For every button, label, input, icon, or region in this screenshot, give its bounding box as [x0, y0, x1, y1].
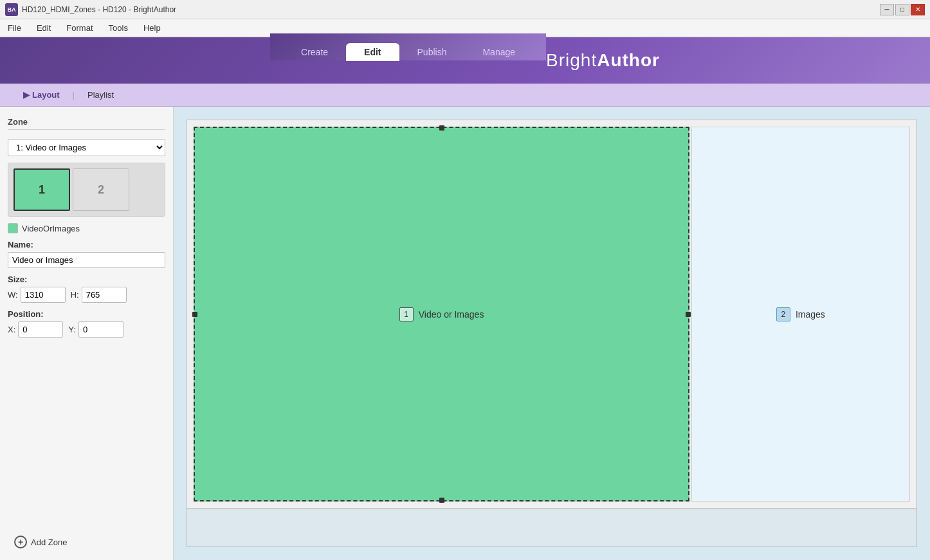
width-input[interactable] — [21, 287, 66, 303]
name-label: Name: — [8, 240, 165, 249]
menu-help[interactable]: Help — [141, 22, 163, 34]
zone-legend: VideoOrImages — [8, 223, 165, 233]
zone-dropdown[interactable]: 1: Video or Images — [8, 139, 165, 156]
subnav-layout[interactable]: ▶ Layout — [13, 86, 70, 104]
menu-format[interactable]: Format — [64, 22, 95, 34]
width-group: W: — [8, 287, 66, 303]
handle-right[interactable] — [686, 312, 691, 317]
zone-thumb-1[interactable]: 1 — [14, 168, 70, 211]
layout-arrow-icon: ▶ — [23, 90, 30, 100]
sub-nav: ▶ Layout | Playlist — [0, 84, 930, 107]
handle-left[interactable] — [192, 312, 197, 317]
sidebar: Zone 1: Video or Images 1 2 VideoOrImage… — [0, 107, 174, 560]
name-field-group: Name: — [8, 240, 165, 268]
position-section: Position: X: Y: — [8, 309, 165, 338]
menu-tools[interactable]: Tools — [106, 22, 131, 34]
menu-file[interactable]: File — [5, 22, 24, 34]
zone2[interactable]: 2 Images — [691, 127, 910, 501]
subnav-playlist[interactable]: Playlist — [77, 86, 124, 104]
app-logo: BA — [5, 3, 18, 16]
maximize-button[interactable]: □ — [895, 4, 909, 15]
header-bar: Create Edit Publish Manage BrightAuthor — [0, 37, 930, 84]
tab-edit[interactable]: Edit — [346, 43, 399, 61]
zone2-badge: 2 — [776, 307, 790, 321]
tab-create[interactable]: Create — [283, 43, 346, 61]
position-label: Position: — [8, 309, 44, 319]
zone-legend-label: VideoOrImages — [22, 224, 80, 233]
canvas-inner: 1 Video or Images 2 Images — [187, 120, 917, 547]
width-label: W: — [8, 290, 18, 300]
subnav-divider: | — [70, 90, 77, 100]
zone1-label: 1 Video or Images — [399, 307, 484, 321]
canvas-bottom-strip — [187, 508, 916, 546]
zone1-text: Video or Images — [419, 309, 484, 320]
zone1-badge: 1 — [399, 307, 414, 321]
y-group: Y: — [68, 321, 123, 338]
main-content: Zone 1: Video or Images 1 2 VideoOrImage… — [0, 107, 930, 560]
add-zone-label: Add Zone — [31, 537, 67, 547]
zone1[interactable]: 1 Video or Images — [194, 127, 689, 501]
zone-legend-color — [8, 223, 18, 233]
zone-thumb-2[interactable]: 2 — [73, 168, 129, 211]
tabs-row: Create Edit Publish Manage — [270, 33, 546, 60]
title-bar-text: HD120_HDMI_Zones - HD120 - BrightAuthor — [22, 5, 176, 14]
add-zone-icon: + — [14, 536, 27, 548]
x-input[interactable] — [18, 321, 63, 338]
tab-manage[interactable]: Manage — [464, 43, 533, 61]
tab-publish[interactable]: Publish — [399, 43, 465, 61]
title-bar-controls: ─ □ ✕ — [880, 4, 925, 15]
height-label: H: — [71, 290, 79, 300]
name-input[interactable] — [8, 252, 165, 268]
canvas-area: 1 Video or Images 2 Images — [174, 107, 930, 560]
size-section: Size: W: H: — [8, 275, 165, 303]
x-label: X: — [8, 325, 15, 334]
title-bar: BA HD120_HDMI_Zones - HD120 - BrightAuth… — [0, 0, 930, 19]
handle-top[interactable] — [439, 125, 444, 131]
close-button[interactable]: ✕ — [911, 4, 925, 15]
brand-title: BrightAuthor — [546, 50, 660, 71]
title-bar-left: BA HD120_HDMI_Zones - HD120 - BrightAuth… — [5, 3, 176, 16]
minimize-button[interactable]: ─ — [880, 4, 894, 15]
y-input[interactable] — [78, 321, 123, 338]
height-group: H: — [71, 287, 127, 303]
x-group: X: — [8, 321, 63, 338]
menu-edit[interactable]: Edit — [34, 22, 53, 34]
add-zone-button[interactable]: + Add Zone — [8, 532, 165, 552]
zone-thumbnails: 1 2 — [8, 163, 165, 217]
y-label: Y: — [68, 325, 76, 334]
handle-bottom[interactable] — [439, 498, 444, 503]
height-input[interactable] — [82, 287, 127, 303]
zone2-label: 2 Images — [776, 307, 825, 321]
zone2-text: Images — [796, 309, 825, 320]
size-label: Size: — [8, 275, 27, 284]
zone-section-title: Zone — [8, 114, 165, 130]
